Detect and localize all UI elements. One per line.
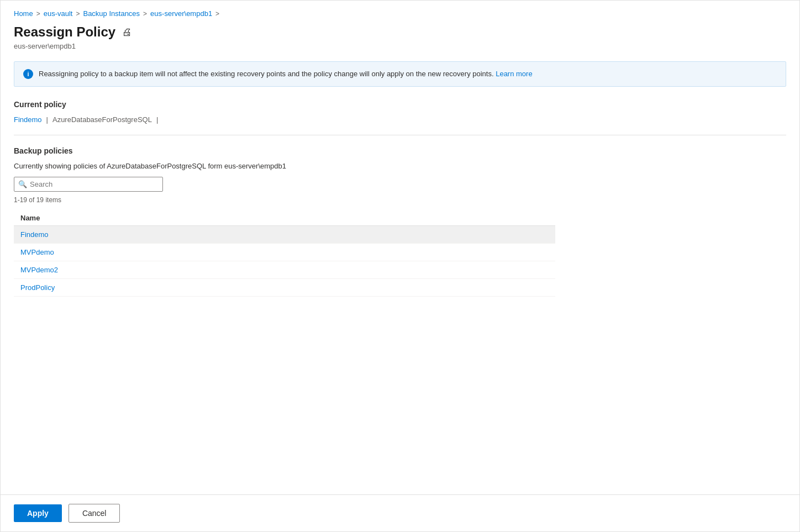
search-wrapper: 🔍 xyxy=(14,177,163,192)
policy-name-link[interactable]: ProdPolicy xyxy=(20,283,55,292)
breadcrumb-sep-3: > xyxy=(143,10,147,18)
section-divider xyxy=(14,135,786,135)
table-header-name: Name xyxy=(14,210,555,226)
page-header: Reassign Policy 🖨 xyxy=(14,24,786,40)
breadcrumb-vault[interactable]: eus-vault xyxy=(44,9,73,18)
items-count: 1-19 of 19 items xyxy=(14,196,786,204)
backup-policies-desc: Currently showing policies of AzureDatab… xyxy=(14,162,786,170)
footer: Apply Cancel xyxy=(1,494,799,531)
cancel-button[interactable]: Cancel xyxy=(69,504,120,523)
breadcrumb-backup-instances[interactable]: Backup Instances xyxy=(83,9,140,18)
table-header-row: Name xyxy=(14,210,555,226)
current-policy-type: AzureDatabaseForPostgreSQL xyxy=(52,115,152,124)
table-row[interactable]: MVPdemo2 xyxy=(14,261,555,278)
apply-button[interactable]: Apply xyxy=(14,504,62,522)
breadcrumb: Home > eus-vault > Backup Instances > eu… xyxy=(14,9,786,18)
breadcrumb-server[interactable]: eus-server\empdb1 xyxy=(150,9,212,18)
table-row[interactable]: MVPdemo xyxy=(14,243,555,261)
policy-table: Name FindemoMVPdemoMVPdemo2ProdPolicy xyxy=(14,210,555,297)
breadcrumb-home[interactable]: Home xyxy=(14,9,33,18)
page-container: Home > eus-vault > Backup Instances > eu… xyxy=(0,0,800,532)
current-policy-label: Current policy xyxy=(14,100,786,109)
info-banner-text: Reassigning policy to a backup item will… xyxy=(39,69,533,80)
search-icon: 🔍 xyxy=(18,180,27,188)
table-row[interactable]: Findemo xyxy=(14,225,555,243)
learn-more-link[interactable]: Learn more xyxy=(496,70,532,78)
info-banner: i Reassigning policy to a backup item wi… xyxy=(14,61,786,87)
table-row[interactable]: ProdPolicy xyxy=(14,278,555,296)
info-banner-message: Reassigning policy to a backup item will… xyxy=(39,70,494,78)
current-policy-name[interactable]: Findemo xyxy=(14,115,42,124)
policy-name-link[interactable]: MVPdemo2 xyxy=(20,266,58,274)
page-subtitle: eus-server\empdb1 xyxy=(14,42,786,50)
policy-name-link[interactable]: MVPdemo xyxy=(20,248,54,256)
policy-sep-2: | xyxy=(156,115,158,124)
breadcrumb-sep-2: > xyxy=(76,10,80,18)
breadcrumb-sep-1: > xyxy=(36,10,40,18)
backup-policies-label: Backup policies xyxy=(14,146,786,155)
policy-table-body: FindemoMVPdemoMVPdemo2ProdPolicy xyxy=(14,225,555,296)
policy-name-link[interactable]: Findemo xyxy=(20,230,49,239)
main-content: Home > eus-vault > Backup Instances > eu… xyxy=(1,1,799,494)
page-title: Reassign Policy xyxy=(14,24,115,40)
print-icon[interactable]: 🖨 xyxy=(122,27,132,38)
breadcrumb-sep-4: > xyxy=(215,10,219,18)
current-policy-row: Findemo | AzureDatabaseForPostgreSQL | xyxy=(14,115,786,124)
policy-sep-1: | xyxy=(46,115,48,124)
search-input[interactable] xyxy=(14,177,163,192)
info-icon: i xyxy=(23,69,33,79)
